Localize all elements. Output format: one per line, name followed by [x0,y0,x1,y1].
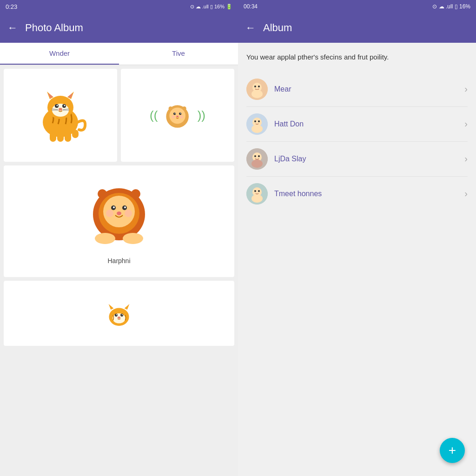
svg-point-41 [98,189,107,198]
lion-sound-illustration: (( [150,97,205,134]
grid-row-2: Harphni [4,165,234,277]
svg-point-28 [180,115,183,119]
harphni-illustration [82,178,156,252]
svg-point-52 [122,314,123,315]
right-status-icons: ⊙ ☁ .ull ▯ 16% [432,3,470,10]
svg-rect-18 [65,132,71,142]
fab-add-button[interactable]: + [440,438,465,463]
chevron-tmeet-honnes: › [464,188,468,199]
svg-point-30 [182,106,186,111]
lion-sound-card[interactable]: (( [121,69,234,162]
svg-point-10 [64,105,66,106]
harphni-label: Harphni [107,257,130,264]
left-tabs: Wnder Tive [0,43,238,65]
album-grid: (( [0,65,238,476]
svg-point-43 [95,233,115,244]
svg-marker-47 [125,304,130,310]
svg-point-37 [124,206,126,208]
left-time: 0:23 [6,3,17,10]
left-app-header: ← Photo Album [0,13,238,43]
sound-wave-left: (( [150,108,158,123]
person-item-hatt-don[interactable]: Hatt Don › [246,107,468,142]
tab-wnder[interactable]: Wnder [0,43,119,65]
person-list: Mear › Hatt Don › [246,72,468,211]
avatar-hatt-don [246,113,268,135]
svg-point-53 [118,317,120,319]
svg-point-71 [254,190,256,192]
svg-rect-19 [72,130,79,138]
album-content: You wear applal pther's sfecins and frut… [238,43,476,476]
right-status-bar: 00:34 ⊙ ☁ .ull ▯ 16% [238,0,476,13]
grid-row-3 [4,281,234,346]
svg-point-66 [254,155,256,157]
grid-row-1: (( [4,69,234,162]
svg-point-38 [117,212,121,215]
svg-rect-16 [50,132,56,142]
svg-point-25 [180,113,181,114]
svg-point-56 [254,86,256,87]
svg-point-63 [251,125,263,133]
svg-point-9 [57,105,58,106]
album-description: You wear applal pther's sfecins and frut… [246,52,468,63]
chevron-ljda-slay: › [464,153,468,164]
tiger-illustration [30,85,91,145]
avatar-tmeet-honnes [246,183,268,205]
lion-small-svg [161,99,193,132]
svg-point-58 [251,90,263,98]
right-header-title: Album [263,22,292,34]
tiger2-card[interactable] [4,281,234,346]
person-item-ljda-slay[interactable]: LjDa Slay › [246,142,468,177]
svg-point-36 [113,206,115,208]
svg-point-51 [116,314,117,315]
svg-point-73 [251,194,263,203]
person-item-tmeet-honnes[interactable]: Tmeet honnes › [246,177,468,211]
svg-point-40 [125,210,132,217]
svg-marker-46 [109,304,114,310]
left-status-bar: 0:23 ⊙ ☁ .ull ▯ 16% 🔋 [0,0,238,13]
svg-point-61 [254,120,256,122]
svg-point-67 [258,155,260,157]
svg-point-11 [59,108,62,111]
tiger-card[interactable] [4,69,117,162]
person-name-ljda-slay: LjDa Slay [274,155,464,163]
tab-tive[interactable]: Tive [119,43,238,65]
fab-label: + [449,443,456,458]
svg-point-26 [176,116,178,117]
svg-point-29 [169,106,173,111]
svg-point-22 [173,112,176,115]
right-panel: 00:34 ⊙ ☁ .ull ▯ 16% ← Album You wear ap… [238,0,476,476]
svg-point-42 [131,189,140,198]
svg-point-57 [258,86,260,87]
chevron-hatt-don: › [464,119,468,129]
svg-point-72 [258,190,260,192]
right-time: 00:34 [244,3,258,10]
person-name-tmeet-honnes: Tmeet honnes [274,190,464,198]
left-back-button[interactable]: ← [7,22,18,34]
person-item-mear[interactable]: Mear › [246,72,468,107]
person-name-hatt-don: Hatt Don [274,120,464,128]
svg-rect-17 [57,132,64,142]
avatar-mear [246,79,268,100]
svg-point-27 [172,115,175,119]
svg-point-24 [175,113,176,114]
avatar-ljda-slay [246,148,268,170]
left-panel: 0:23 ⊙ ☁ .ull ▯ 16% 🔋 ← Photo Album Wnde… [0,0,238,476]
svg-point-39 [106,210,113,217]
tiger2-illustration [96,290,142,337]
person-name-mear: Mear [274,85,464,93]
right-app-header: ← Album [238,13,476,43]
chevron-mear: › [464,84,468,94]
svg-point-23 [179,112,181,115]
right-back-button[interactable]: ← [245,22,256,34]
svg-point-62 [258,120,260,122]
left-header-title: Photo Album [25,22,83,34]
harphni-card[interactable]: Harphni [4,165,234,277]
svg-point-68 [251,159,263,168]
sound-wave-right: )) [198,108,205,123]
left-status-icons: ⊙ ☁ .ull ▯ 16% 🔋 [190,4,232,10]
svg-point-44 [123,233,143,244]
